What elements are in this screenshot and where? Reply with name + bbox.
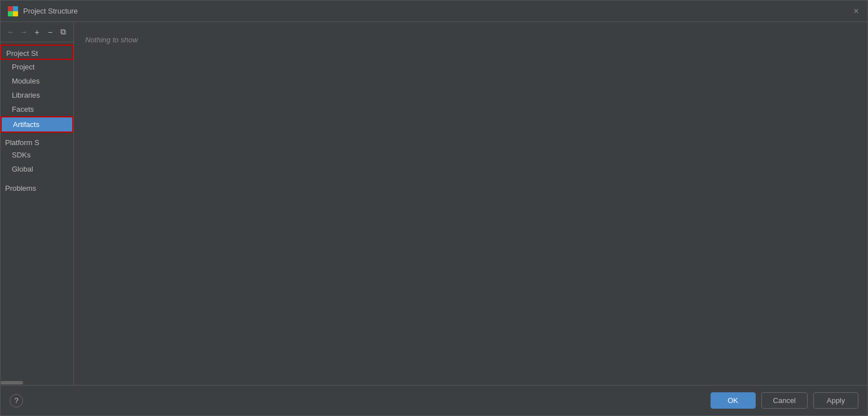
sidebar-item-global[interactable]: Global (1, 162, 73, 176)
content-area: Nothing to show (74, 22, 867, 385)
svg-rect-0 (8, 6, 13, 11)
sidebar-item-facets[interactable]: Facets (1, 102, 73, 116)
nothing-to-show-label: Nothing to show (85, 36, 138, 44)
forward-button[interactable]: → (18, 26, 29, 38)
sidebar: ← → + − ⧉ Project St Project Modules Lib… (1, 22, 74, 385)
help-button[interactable]: ? (10, 394, 23, 408)
main-content: ← → + − ⧉ Project St Project Modules Lib… (1, 22, 867, 385)
back-button[interactable]: ← (5, 26, 16, 38)
sidebar-scrollbar[interactable] (1, 380, 73, 385)
sidebar-scrollbar-thumb (1, 381, 23, 384)
title-bar-left: Project Structure (7, 6, 78, 17)
footer-left: ? (10, 394, 23, 408)
copy-button[interactable]: ⧉ (58, 26, 69, 38)
sidebar-platform-section: Platform S (1, 135, 73, 148)
sidebar-item-modules[interactable]: Modules (1, 74, 73, 88)
add-button[interactable]: + (32, 26, 42, 38)
sidebar-toolbar: ← → + − ⧉ (1, 22, 73, 42)
project-structure-dialog: Project Structure × ← → + − ⧉ Project St… (0, 0, 868, 416)
sidebar-problems-section: Problems (1, 181, 73, 194)
close-button[interactable]: × (852, 7, 861, 16)
sidebar-section-header: Project St (1, 45, 73, 60)
ok-button[interactable]: OK (711, 392, 756, 409)
cancel-button[interactable]: Cancel (761, 392, 808, 409)
sidebar-nav: Project St Project Modules Libraries Fac… (1, 42, 73, 380)
footer: ? OK Cancel Apply (1, 385, 867, 415)
footer-right: OK Cancel Apply (711, 392, 858, 409)
dialog-title: Project Structure (23, 7, 78, 15)
svg-rect-1 (13, 6, 18, 11)
title-bar: Project Structure × (1, 1, 867, 22)
app-icon (7, 6, 19, 17)
sidebar-item-sdks[interactable]: SDKs (1, 148, 73, 162)
svg-rect-2 (8, 11, 13, 16)
svg-rect-3 (13, 11, 18, 16)
sidebar-item-project[interactable]: Project (1, 60, 73, 74)
sidebar-item-artifacts[interactable]: Artifacts (1, 116, 73, 133)
sidebar-item-libraries[interactable]: Libraries (1, 88, 73, 102)
remove-button[interactable]: − (45, 26, 55, 38)
apply-button[interactable]: Apply (813, 392, 858, 409)
